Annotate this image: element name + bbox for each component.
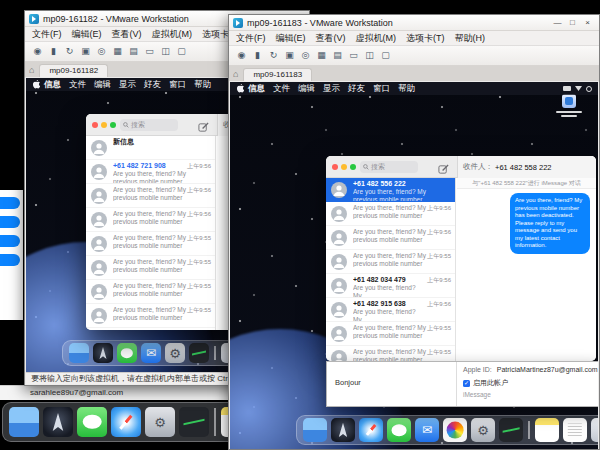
conversation-row[interactable]: 新信息 <box>86 136 215 160</box>
conversation-row[interactable]: 上午9:56 +61 482 915 638 Are you there, fr… <box>326 298 455 322</box>
wifi-icon[interactable] <box>575 86 582 91</box>
menu-item[interactable]: 虚拟机(M) <box>147 28 198 41</box>
conversation-row[interactable]: 上午9:55 Are you there, friend? My previou… <box>86 280 215 304</box>
compose-icon[interactable] <box>198 119 210 131</box>
menu-item[interactable]: 信息 <box>244 83 269 95</box>
messages-icon[interactable] <box>77 407 107 437</box>
menu-item[interactable]: 文件(F) <box>231 32 271 45</box>
conversation-row[interactable]: 上午9:55 Are you there, friend? My previou… <box>326 250 455 274</box>
vm-tab[interactable]: mp09-161183 <box>243 68 312 81</box>
minimize-traffic-light-icon[interactable] <box>101 122 107 128</box>
menu-item[interactable]: 编辑(E) <box>67 28 107 41</box>
menu-item[interactable]: 文件(F) <box>27 28 67 41</box>
conversation-row[interactable]: 上午9:56 Are you there, friend? My previou… <box>326 202 455 226</box>
menu-item[interactable]: 选项卡(T) <box>401 32 450 45</box>
zoom-traffic-light-icon[interactable] <box>110 122 116 128</box>
conversation-row[interactable]: 上午9:55 Are you there, friend? My previou… <box>326 322 455 346</box>
conversation-row[interactable]: 上午9:56 +61 482 034 479 Are you there, fr… <box>326 274 455 298</box>
reset-icon[interactable]: ↻ <box>267 49 280 62</box>
mail-icon[interactable] <box>141 343 161 363</box>
vm-tab[interactable]: mp09-161182 <box>39 64 108 77</box>
apple-menu-icon[interactable] <box>236 83 244 95</box>
menu-item[interactable]: 虚拟机(M) <box>351 32 402 45</box>
conversation-row[interactable]: 上午9:55 Are you there, friend? My previou… <box>86 304 215 328</box>
compose-icon[interactable] <box>438 161 450 173</box>
home-tab-icon[interactable]: ⌂ <box>29 63 34 77</box>
conversation-row[interactable]: 上午9:55 Are you there, friend? My previou… <box>86 232 215 256</box>
console-view-icon[interactable]: ▭ <box>347 49 360 62</box>
fullscreen-icon[interactable]: ▢ <box>175 45 188 58</box>
snapshot-icon[interactable]: ▣ <box>283 49 296 62</box>
library-toggle-icon[interactable]: ▤ <box>331 49 344 62</box>
unity-view-icon[interactable]: ◫ <box>159 45 172 58</box>
conversation-row[interactable]: +61 482 556 222 Are you there, friend? M… <box>326 178 455 202</box>
menu-item[interactable]: 文件 <box>65 79 90 91</box>
menu-item[interactable]: 显示 <box>115 79 140 91</box>
menu-item[interactable]: 窗口 <box>369 83 394 95</box>
suspend-icon[interactable]: ▮ <box>47 45 60 58</box>
conversation-row[interactable]: 上午9:56 +61 482 721 908 Are you there, fr… <box>86 160 215 184</box>
library-toggle-icon[interactable]: ▤ <box>127 45 140 58</box>
activity-monitor-icon[interactable] <box>179 407 209 437</box>
console-view-icon[interactable]: ▭ <box>143 45 156 58</box>
textedit-icon[interactable] <box>563 418 587 442</box>
finder-icon[interactable] <box>303 418 327 442</box>
fullscreen-icon[interactable]: ▢ <box>379 49 392 62</box>
snapshot-icon[interactable]: ▣ <box>79 45 92 58</box>
recipient-field[interactable]: 收件人： +61 482 558 222 <box>457 156 596 178</box>
conversation-row[interactable]: 上午9:55 Are you there, friend? My previou… <box>326 346 455 361</box>
search-input[interactable]: 搜索 <box>120 119 178 131</box>
notes-icon[interactable] <box>535 418 559 442</box>
settings-icon[interactable] <box>165 343 185 363</box>
menu-item[interactable]: 编辑 <box>294 83 319 95</box>
menu-item[interactable]: 查看(V) <box>107 28 147 41</box>
reset-icon[interactable]: ↻ <box>63 45 76 58</box>
conversation-row[interactable]: 上午9:55 Are you there, friend? My previou… <box>86 256 215 280</box>
activity-monitor-icon[interactable] <box>189 343 209 363</box>
close-traffic-light-icon[interactable] <box>332 164 338 170</box>
finder-icon[interactable] <box>9 407 39 437</box>
menu-item[interactable]: 好友 <box>140 79 165 91</box>
menu-item[interactable]: 帮助 <box>190 79 215 91</box>
unity-view-icon[interactable]: ◫ <box>363 49 376 62</box>
menu-item[interactable]: 帮助 <box>394 83 419 95</box>
revert-snapshot-icon[interactable]: ◎ <box>95 45 108 58</box>
launchpad-icon[interactable] <box>43 407 73 437</box>
account-item-bonjour[interactable]: Bonjour <box>335 378 361 387</box>
settings-icon[interactable] <box>145 407 175 437</box>
search-input[interactable]: 搜索 <box>360 161 418 173</box>
safari-icon[interactable] <box>359 418 383 442</box>
menu-item[interactable]: 编辑 <box>90 79 115 91</box>
dock-separator[interactable] <box>528 421 530 439</box>
clock-icon[interactable] <box>586 86 592 92</box>
zoom-traffic-light-icon[interactable] <box>350 164 356 170</box>
maximize-button[interactable]: □ <box>565 17 580 29</box>
battery-icon[interactable] <box>563 86 571 91</box>
snapshot-manager-icon[interactable]: ▦ <box>315 49 328 62</box>
menu-item[interactable]: 帮助(H) <box>450 32 491 45</box>
power-icon[interactable]: ◉ <box>31 45 44 58</box>
menu-item[interactable]: 编辑(E) <box>271 32 311 45</box>
menu-item[interactable]: 窗口 <box>165 79 190 91</box>
safari-icon[interactable] <box>111 407 141 437</box>
home-tab-icon[interactable]: ⌂ <box>233 67 238 81</box>
enable-account-checkbox[interactable]: ✓ <box>463 380 470 387</box>
desktop-shortcut-icon[interactable] <box>562 94 576 108</box>
messages-icon[interactable] <box>387 418 411 442</box>
revert-snapshot-icon[interactable]: ◎ <box>299 49 312 62</box>
menu-item[interactable]: 信息 <box>40 79 65 91</box>
photos-icon[interactable] <box>443 418 467 442</box>
conversation-row[interactable]: 上午9:56 Are you there, friend? My previou… <box>326 226 455 250</box>
menu-item[interactable]: 文件 <box>269 83 294 95</box>
menu-item[interactable]: 好友 <box>344 83 369 95</box>
apple-menu-icon[interactable] <box>32 79 40 91</box>
activity-monitor-icon[interactable] <box>499 418 523 442</box>
launchpad-icon[interactable] <box>331 418 355 442</box>
minimize-traffic-light-icon[interactable] <box>341 164 347 170</box>
dock-separator[interactable] <box>214 408 216 436</box>
menu-item[interactable]: 查看(V) <box>311 32 351 45</box>
menu-item[interactable]: 显示 <box>319 83 344 95</box>
messages-icon[interactable] <box>117 343 137 363</box>
settings-icon[interactable] <box>471 418 495 442</box>
power-icon[interactable]: ◉ <box>235 49 248 62</box>
